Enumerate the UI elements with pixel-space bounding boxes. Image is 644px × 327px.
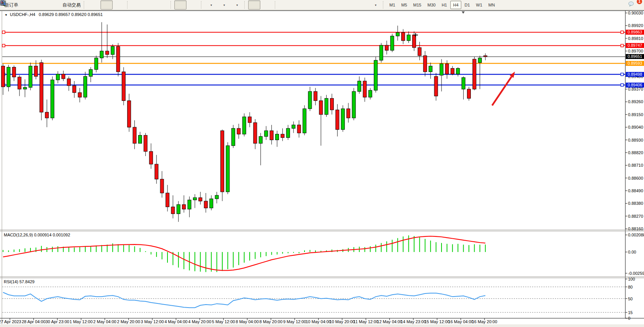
price-tick-label: 0.90030 [628,11,643,15]
price-tick-label: 0.88270 [628,214,643,219]
time-axis-label: 15 May 12:00 [424,319,450,324]
toolbar-button-user[interactable] [33,0,46,10]
price-tick-label: 0.88600 [628,176,643,180]
time-axis-label: 30 Apr 23:00 [45,319,69,324]
chevron-down-icon[interactable]: ▾ [375,3,376,7]
price-tag-0.89498[interactable]: 0.89498 [626,72,644,77]
chart-window[interactable] [0,10,644,327]
price-tick-label: 0.88490 [628,188,643,193]
toolbar-separator [127,1,129,9]
toolbar-button-line-chart[interactable] [113,0,126,10]
price-tag-0.89593[interactable]: 0.89593 [626,61,644,66]
price-tick-label: 0.88160 [628,227,643,231]
toolbar-separator [201,1,203,9]
timeframe-M1[interactable]: M1 [387,1,398,9]
toolbar-button-candle-chart[interactable] [100,0,113,10]
timeframe-M30[interactable]: M30 [425,1,438,9]
toolbar-button-bar-chart[interactable] [88,0,100,10]
toolbar-button-hline[interactable] [292,0,304,10]
time-axis-label: 9 May 12:00 [283,319,306,324]
toolbar-separator [84,1,86,9]
notification-badge: 1 [637,0,642,4]
toolbar-button-label: 新订单 [5,2,18,8]
toolbar-separator [244,1,247,9]
time-axis-label: 1 May 12:00 [70,319,93,324]
price-tick-label: 0.89260 [628,99,643,104]
time-axis-label: 16 May 20:00 [472,319,497,324]
toolbar-separator [171,1,173,9]
toolbar-button-cursor[interactable] [248,0,260,10]
chart-title: ▼ USDCHF-,H4 0.89629 0.89657 0.89620 0.8… [5,12,103,17]
toolbar-button-zoom-in[interactable] [131,0,143,10]
macd-label: MACD(12,26,9) 0.000914 0.001092 [4,233,70,237]
toolbar-button-text-label[interactable]: T [356,0,368,10]
chevron-down-icon[interactable]: ▾ [210,3,212,7]
time-axis-label: 8 May 20:00 [260,319,283,324]
timeframe-W1[interactable]: W1 [473,1,485,9]
toolbar-button-tile-windows[interactable] [157,0,169,10]
toolbar-button-templates[interactable]: ▾ [231,0,243,10]
toolbar-button-channel[interactable]: E [317,0,330,10]
toolbar-button-new-order[interactable]: 新订单 [2,0,20,10]
toolbar-button-periods[interactable]: ▾ [218,0,230,10]
toolbar-button-label: 自动交易 [62,2,81,8]
toolbar-button-autotrading[interactable]: 自动交易 [59,0,82,10]
toolbar-button-fibonacci[interactable]: F [330,0,343,10]
toolbar-button-vline[interactable] [279,0,291,10]
rsi-tick-label: 80 [628,285,633,289]
chart-menu-icon[interactable]: ▼ [5,13,8,17]
timeframe-D1[interactable]: D1 [462,1,473,9]
timeframe-M5[interactable]: M5 [399,1,410,9]
rsi-tick-label: 15 [628,310,633,315]
timeframe-H1[interactable]: H1 [439,1,450,9]
toolbar-separator [275,1,277,9]
price-tag-0.89747[interactable]: 0.89747 [626,43,644,48]
notifications-button[interactable]: 1 [628,0,640,10]
rsi-label: RSI(14) 57.8429 [4,279,35,284]
toolbar-button-crosshair[interactable] [261,0,273,10]
rsi-tick-label: 100 [628,277,635,281]
time-axis-label: 2 May 20:00 [117,319,140,324]
price-tag-0.89863[interactable]: 0.89863 [626,30,644,35]
time-axis-label: 3 May 12:00 [141,319,164,324]
price-tick-label: 0.89920 [628,23,643,28]
main-toolbar: 新订单自动交易▾▾▾EFAT▾M1M5M15M30H1H4D1W1MN1 [0,0,644,10]
rsi-tick-label: 50 [628,297,633,301]
price-tick-label: 0.89150 [628,112,643,117]
toolbar-button-styler[interactable] [21,0,33,10]
chevron-down-icon[interactable]: ▾ [236,3,238,7]
toolbar-button-shift-chart[interactable] [187,0,199,10]
time-axis-label: 10 May 04:00 [306,319,331,324]
chart-quotes: 0.89629 0.89657 0.89620 0.89651 [39,12,103,17]
time-axis-label: 4 May 20:00 [188,319,212,324]
price-tick-label: 0.88710 [628,163,643,167]
toolbar-button-text[interactable]: A [343,0,355,10]
timeframe-M15[interactable]: M15 [411,1,424,9]
time-axis-label: 27 Apr 2023 [0,319,21,324]
time-axis-label: 2 May 04:00 [93,319,116,324]
macd-tick-label: -0.002597 [628,271,644,276]
toolbar-button-auto-scroll[interactable] [174,0,187,10]
chart-symbol-period: USDCHF-,H4 [10,12,35,17]
chevron-down-icon[interactable]: ▾ [223,3,225,7]
toolbar-button-arrows[interactable]: ▾ [369,0,381,10]
time-axis-label: 11 May 12:00 [353,319,378,324]
price-tag-0.89651[interactable]: 0.89651 [626,54,644,59]
toolbar-button-indicators[interactable]: ▾ [205,0,217,10]
toolbar-button-signal[interactable] [46,0,59,10]
price-tick-label: 0.88820 [628,150,643,155]
time-axis-label: 14 May 23:00 [401,319,426,324]
price-tag-0.89406[interactable]: 0.89406 [626,83,644,88]
search-button[interactable] [615,0,627,10]
timeframe-MN[interactable]: MN [486,1,497,9]
price-tick-label: 0.89810 [628,36,643,41]
toolbar-button-zoom-out[interactable] [144,0,156,10]
time-axis-label: 28 Apr 04:00 [22,319,45,324]
macd-tick-label: 0.002088 [628,233,644,237]
price-tick-label: 0.89700 [628,49,643,53]
time-axis-label: 8 May 04:00 [236,319,259,324]
time-axis-label: 10 May 20:00 [330,319,355,324]
toolbar-button-trendline[interactable] [304,0,317,10]
timeframe-H4[interactable]: H4 [450,1,461,9]
mt4-terminal: 新订单自动交易▾▾▾EFAT▾M1M5M15M30H1H4D1W1MN1 ▼ U… [0,0,644,327]
